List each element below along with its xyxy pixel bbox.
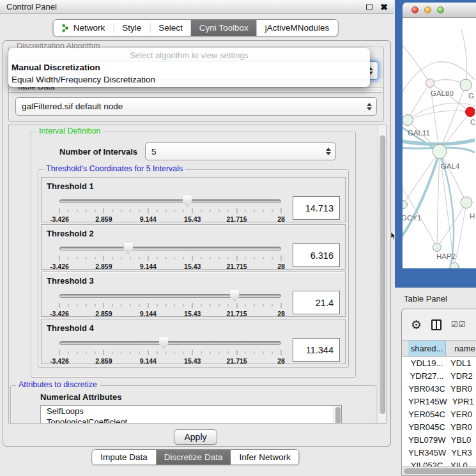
column-header-shared-name[interactable]: shared...: [408, 341, 446, 356]
dropdown-option-manual[interactable]: Manual Discretization: [8, 62, 370, 74]
name-cell[interactable]: YDR2: [445, 369, 476, 382]
vertical-scrollbar[interactable]: [378, 125, 386, 423]
close-icon[interactable]: ✖: [380, 3, 388, 12]
name-cell[interactable]: YBR0: [445, 382, 476, 395]
minimize-traffic-light-icon[interactable]: [424, 6, 431, 13]
threshold-2-value-field[interactable]: 6.316: [293, 243, 340, 267]
tick-mark: [68, 257, 68, 259]
shared-name-cell[interactable]: YDR27...: [408, 369, 445, 382]
tab-discretize-data[interactable]: Discretize Data: [156, 450, 231, 464]
name-cell[interactable]: YLR3: [446, 446, 476, 459]
threshold-1-slider[interactable]: -3.4262.8599.14415.4321.71528: [59, 197, 281, 227]
numerical-attributes-list[interactable]: SelfLoopsTopologicalCoefficientBetweenne…: [40, 405, 342, 423]
select-columns-icon[interactable]: ☑☑: [451, 320, 466, 329]
shared-name-cell[interactable]: YIL052C: [408, 459, 445, 466]
split-view-icon[interactable]: [431, 319, 441, 330]
network-node[interactable]: [466, 107, 475, 117]
threshold-2-slider[interactable]: -3.4262.8599.14415.4321.71528: [59, 245, 281, 274]
tick-mark: [210, 304, 210, 307]
tab-select[interactable]: Select: [150, 20, 191, 36]
network-node[interactable]: [460, 79, 472, 91]
apply-button[interactable]: Apply: [174, 429, 217, 445]
table-row[interactable]: YIL052CYIL0: [408, 459, 476, 466]
dropdown-prompt-item[interactable]: Select algorithm to view settings: [8, 50, 370, 62]
threshold-4-slider[interactable]: -3.4262.8599.14415.4321.71528: [59, 339, 281, 369]
vertical-scrollbar-thumb[interactable]: [380, 135, 385, 414]
attribute-item[interactable]: SelfLoops: [41, 406, 341, 417]
tab-label: Infer Network: [239, 452, 290, 462]
name-cell[interactable]: YER0: [445, 408, 476, 420]
column-header-name[interactable]: name: [446, 341, 476, 356]
float-window-icon[interactable]: [366, 4, 372, 10]
network-node[interactable]: [433, 243, 441, 252]
network-node[interactable]: [450, 263, 459, 268]
table-data-group: Table Data galFiltered.sif default node: [8, 88, 384, 122]
slider-track[interactable]: [59, 341, 281, 345]
network-canvas[interactable]: GAL80GCGAL11GAL4GCY1HHAP2: [403, 18, 476, 268]
shared-name-cell[interactable]: YBR043C: [408, 382, 445, 395]
table-row[interactable]: YBR045CYBR0: [408, 420, 476, 433]
slider-ticks: [59, 303, 281, 309]
network-node[interactable]: [403, 115, 413, 126]
threshold-1-value-field[interactable]: 14.713: [293, 196, 340, 220]
horizontal-scrollbar-thumb[interactable]: [404, 468, 476, 474]
threshold-label: Threshold 3: [47, 276, 340, 286]
shared-name-cell[interactable]: YER054C: [408, 408, 445, 420]
network-node[interactable]: [433, 144, 447, 158]
table-data-select[interactable]: galFiltered.sif default node: [15, 97, 377, 116]
shared-name-cell[interactable]: YPR145W: [408, 395, 447, 408]
table-row[interactable]: YDL19...YDL1: [408, 357, 476, 369]
threshold-4-value-field[interactable]: 11.344: [293, 338, 340, 362]
table-row[interactable]: YER054CYER0: [408, 408, 476, 420]
tick-label: 28: [277, 215, 285, 223]
network-node[interactable]: [403, 201, 408, 209]
tab-impute-data[interactable]: Impute Data: [92, 450, 156, 464]
slider-thumb[interactable]: [183, 196, 192, 208]
cyni-mode-tabs: Impute DataDiscretize DataInfer Network: [91, 449, 299, 465]
zoom-traffic-light-icon[interactable]: [437, 6, 444, 13]
horizontal-scrollbar[interactable]: [402, 466, 476, 475]
tick-label: 28: [277, 310, 285, 318]
tab-infer-network[interactable]: Infer Network: [231, 450, 298, 464]
tick-mark: [245, 210, 246, 212]
attributes-scrollbar-thumb[interactable]: [335, 407, 341, 423]
slider-thumb[interactable]: [159, 337, 169, 349]
tab-network[interactable]: Network: [54, 20, 114, 36]
tab-style[interactable]: Style: [114, 20, 150, 36]
threshold-3-value-field[interactable]: 21.4: [293, 291, 340, 314]
close-traffic-light-icon[interactable]: [411, 6, 418, 13]
shared-name-cell[interactable]: YLR345W: [408, 446, 446, 459]
network-node[interactable]: [461, 197, 472, 208]
name-cell[interactable]: YBL0: [446, 433, 476, 446]
name-cell[interactable]: YBR0: [445, 420, 476, 433]
number-of-intervals-select[interactable]: 5: [145, 142, 336, 160]
name-cell[interactable]: YIL0: [445, 459, 476, 466]
tab-jactivemnodules[interactable]: jActiveMNodules: [257, 20, 338, 36]
shared-name-cell[interactable]: YDL19...: [408, 357, 445, 369]
tick-mark: [272, 210, 273, 212]
name-cell[interactable]: YDL1: [445, 357, 476, 369]
attributes-scrollbar[interactable]: [334, 406, 341, 423]
slider-track[interactable]: [59, 247, 281, 250]
slider-thumb[interactable]: [230, 290, 240, 302]
table-row[interactable]: YDR27...YDR2: [408, 369, 476, 382]
name-cell[interactable]: YPR1: [447, 395, 476, 408]
table-row[interactable]: YBR043CYBR0: [408, 382, 476, 395]
dropdown-option-equal-width[interactable]: Equal Width/Frequency Discretization: [8, 74, 370, 86]
tick-label: 15.43: [184, 310, 201, 318]
slider-track[interactable]: [59, 199, 281, 203]
table-row[interactable]: YBL079WYBL0: [408, 433, 476, 446]
shared-name-cell[interactable]: YBL079W: [408, 433, 446, 446]
tick-mark: [165, 304, 166, 307]
network-node[interactable]: [426, 79, 434, 88]
slider-thumb[interactable]: [123, 243, 133, 255]
tick-mark: [68, 304, 68, 307]
table-row[interactable]: YPR145WYPR1: [408, 395, 476, 408]
table-row[interactable]: YLR345WYLR3: [408, 446, 476, 459]
gear-icon[interactable]: ⚙: [411, 319, 422, 331]
threshold-3-slider[interactable]: -3.4262.8599.14415.4321.71528: [59, 292, 281, 321]
tab-cyni-toolbox[interactable]: Cyni Toolbox: [191, 20, 257, 36]
shared-name-cell[interactable]: YBR045C: [408, 420, 445, 433]
attribute-item[interactable]: TopologicalCoefficient: [41, 417, 341, 423]
slider-track[interactable]: [59, 294, 281, 298]
